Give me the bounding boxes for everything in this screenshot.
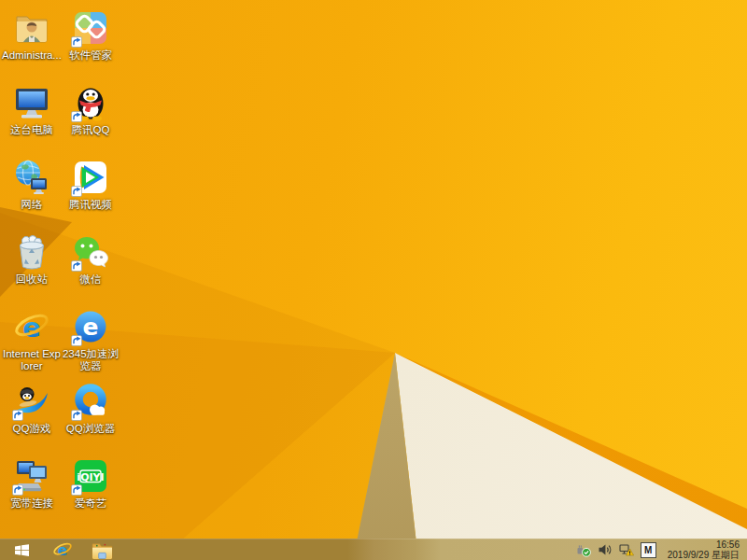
taskbar-buttons: e	[0, 539, 121, 560]
network[interactable]: 网络	[2, 155, 62, 211]
software-manager-icon	[61, 6, 120, 47]
icon-label: 网络	[2, 199, 62, 211]
icon-label: Internet Explorer	[2, 348, 62, 372]
wechat[interactable]: 微信	[61, 230, 120, 286]
two-computers-modem-icon	[2, 454, 62, 495]
broadband-connection[interactable]: 宽带连接	[2, 454, 62, 510]
blue-e-circle-icon: e	[61, 304, 120, 345]
wechat-bubbles-icon	[61, 230, 120, 271]
administrator-folder[interactable]: Administra...	[2, 6, 62, 62]
icon-label: 回收站	[2, 273, 62, 286]
icon-label: 爱奇艺	[61, 497, 120, 510]
network-status-tray-icon[interactable]	[619, 542, 634, 557]
recycle-bin[interactable]: 回收站	[2, 230, 62, 286]
file-explorer-taskbar-button[interactable]	[82, 539, 121, 560]
clock-time: 16:56	[668, 539, 740, 550]
folder-icon	[92, 540, 113, 560]
shortcut-arrow-icon	[71, 186, 82, 197]
user-folder-icon	[2, 6, 62, 47]
this-pc[interactable]: 这台电脑	[2, 80, 62, 136]
browser-2345[interactable]: e 2345加速浏览器	[61, 304, 120, 372]
network-globe-icon	[2, 155, 62, 196]
start-button[interactable]	[0, 539, 43, 560]
qq-browser[interactable]: QQ浏览器	[61, 379, 120, 435]
icon-label: Administra...	[2, 49, 62, 62]
svg-text:e: e	[83, 314, 99, 341]
shortcut-arrow-icon	[71, 36, 82, 48]
clock-date: 2019/9/29 星期日	[668, 550, 740, 560]
internet-explorer[interactable]: e Internet Explorer	[2, 304, 62, 372]
shortcut-arrow-icon	[71, 111, 82, 122]
tencent-video-icon	[61, 155, 120, 196]
icon-label: 腾讯视频	[61, 199, 120, 211]
system-tray: M 16:56 2019/9/29 星期日	[576, 539, 747, 560]
volume-tray-icon[interactable]	[598, 542, 613, 557]
tencent-video[interactable]: 腾讯视频	[61, 155, 120, 211]
icon-label: QQ浏览器	[61, 423, 120, 435]
iqiyi-tile-icon: iQIYI	[61, 454, 120, 495]
tencent-qq[interactable]: 腾讯QQ	[61, 80, 120, 136]
shortcut-arrow-icon	[71, 484, 82, 496]
icon-label: 这台电脑	[2, 124, 62, 136]
shortcut-arrow-icon	[12, 484, 23, 496]
windows-logo-icon	[14, 543, 30, 557]
usb-device-tray-icon[interactable]	[576, 542, 591, 557]
icon-label: 2345加速浏览器	[61, 348, 120, 372]
input-method-indicator[interactable]: M	[641, 542, 656, 558]
shortcut-arrow-icon	[71, 410, 82, 421]
desktop[interactable]: Administra... 软件管家 这台电脑	[0, 0, 747, 560]
shortcut-arrow-icon	[71, 260, 82, 272]
qq-penguin-icon	[61, 80, 120, 121]
iqiyi[interactable]: iQIYI 爱奇艺	[61, 454, 120, 510]
icon-label: 软件管家	[61, 49, 120, 62]
computer-icon	[2, 80, 62, 121]
icon-label: 腾讯QQ	[61, 124, 120, 136]
shortcut-arrow-icon	[71, 335, 82, 346]
software-manager[interactable]: 软件管家	[61, 6, 120, 62]
ie-logo-small-icon: e	[52, 539, 73, 560]
icon-label: QQ游戏	[2, 423, 62, 435]
taskbar-clock[interactable]: 16:56 2019/9/29 星期日	[668, 539, 740, 560]
shortcut-arrow-icon	[12, 410, 23, 421]
qq-games[interactable]: QQ游戏	[2, 379, 62, 435]
icon-label: 宽带连接	[2, 497, 62, 510]
taskbar: e M 16:56 2019/9/29 星期日	[0, 539, 747, 560]
blue-ring-cloud-icon	[61, 379, 120, 420]
ie-logo-icon: e	[2, 304, 62, 345]
internet-explorer-taskbar-button[interactable]: e	[43, 539, 82, 560]
recycle-bin-icon	[2, 230, 62, 271]
qq-game-penguin-icon	[2, 379, 62, 420]
icon-label: 微信	[61, 273, 120, 286]
